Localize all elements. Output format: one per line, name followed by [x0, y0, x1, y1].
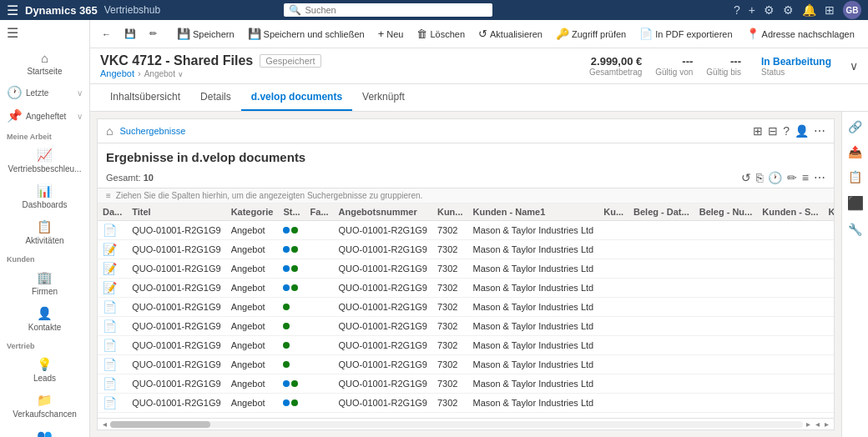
loschen-button[interactable]: 🗑 Löschen	[411, 25, 470, 43]
speichern-schliessen-button[interactable]: 💾 Speichern und schließen	[243, 25, 370, 43]
tab-verknupft[interactable]: Verknüpft	[352, 84, 415, 111]
refresh-icon[interactable]: ↺	[741, 171, 751, 184]
sidebar-item-leads[interactable]: 💡 Leads	[0, 352, 89, 388]
cell-title[interactable]: QUO-01001-R2G1G9	[127, 374, 225, 394]
right-icon-save[interactable]: ⬛	[844, 192, 867, 214]
cell-angebotsnr[interactable]: QUO-01001-R2G1G9	[334, 355, 432, 374]
cell-title[interactable]: QUO-01001-R2G1G9	[127, 240, 225, 259]
sidebar-hamburger[interactable]: ☰	[0, 20, 89, 46]
cell-angebotsnr[interactable]: QUO-01001-R2G1G9	[334, 240, 432, 259]
table-row[interactable]: 📄 QUO-01001-R2G1G9 Angebot QUO-01001-R2G…	[98, 355, 834, 374]
sidebar-item-letzte[interactable]: 🕐 Letzte ∨	[0, 81, 89, 104]
sidebar-item-startseite[interactable]: ⌂ Startseite	[0, 46, 89, 81]
help-icon[interactable]: ?	[734, 3, 740, 17]
col-beleg-dat[interactable]: Beleg - Dat...	[628, 203, 694, 221]
cell-title[interactable]: QUO-01001-R2G1G9	[127, 355, 225, 374]
pdf-export-button[interactable]: 📄 In PDF exportieren	[634, 25, 737, 43]
scroll-left-arrow[interactable]: ◂	[101, 419, 108, 429]
col-kunden-h[interactable]: Kunden - H...	[823, 203, 834, 221]
record-expand-chevron[interactable]: ∨	[850, 59, 858, 73]
sidebar-item-aktivitaten[interactable]: 📋 Aktivitäten	[0, 214, 89, 250]
adresse-nachschlagen-button[interactable]: 📍 Adresse nachschlagen	[741, 25, 860, 43]
table-row[interactable]: 📄 QUO-01001-R2G1G9 Angebot QUO-01001-R2G…	[98, 374, 834, 394]
cell-angebotsnr[interactable]: QUO-01001-R2G1G9	[334, 279, 432, 298]
table-icon[interactable]: ≡	[802, 171, 809, 184]
help-dvelop-icon[interactable]: ?	[783, 124, 790, 138]
sidebar-item-dashboards[interactable]: 📊 Dashboards	[0, 178, 89, 214]
add-icon[interactable]: +	[749, 3, 755, 17]
zugriff-prufen-button[interactable]: 🔑 Zugriff prüfen	[551, 25, 631, 43]
grid-icon[interactable]: ⊞	[753, 124, 763, 138]
cell-title[interactable]: QUO-01001-R2G1G9	[127, 336, 225, 355]
col-angebotsnummer[interactable]: Angebotsnummer	[334, 203, 432, 221]
copy-icon[interactable]: ⎘	[756, 171, 763, 184]
sidebar-item-vertriebsbeschleuniger[interactable]: 📈 Vertriebsbeschleu...	[0, 143, 89, 178]
col-kun[interactable]: Kun...	[432, 203, 468, 221]
search-bar[interactable]: 🔍	[284, 3, 492, 17]
scroll-right-arrow[interactable]: ▸	[805, 419, 812, 429]
tab-inhaltsübersicht[interactable]: Inhaltsübersicht	[100, 84, 190, 111]
cell-title[interactable]: QUO-01001-R2G1G9	[127, 298, 225, 317]
edit-mode-button[interactable]: ✏	[144, 26, 162, 42]
user-dvelop-icon[interactable]: 👤	[795, 124, 809, 138]
col-kunden-s[interactable]: Kunden - S...	[757, 203, 823, 221]
col-beleg-nu[interactable]: Beleg - Nu...	[694, 203, 758, 221]
table-row[interactable]: 📝 QUO-01001-R2G1G9 Angebot QUO-01001-R2G…	[98, 259, 834, 279]
col-titel[interactable]: Titel	[127, 203, 225, 221]
neu-button[interactable]: + Neu	[373, 25, 409, 43]
table-row[interactable]: 📄 QUO-01001-R2G1G9 Angebot QUO-01001-R2G…	[98, 221, 834, 240]
angebot-aktivieren-button[interactable]: 📋 Angebot aktivieren	[863, 25, 868, 43]
breadcrumb-angebot2[interactable]: Angebot ∨	[144, 68, 184, 78]
scroll-track[interactable]	[110, 421, 803, 428]
table-row[interactable]: 📄 QUO-01001-R2G1G9 Angebot QUO-01001-R2G…	[98, 394, 834, 413]
cell-angebotsnr[interactable]: QUO-01001-R2G1G9	[334, 221, 432, 240]
aktualisieren-button[interactable]: ↺ Aktualisieren	[473, 25, 548, 43]
more-dvelop-toolbar-icon[interactable]: ⋯	[814, 171, 825, 184]
cell-angebotsnr[interactable]: QUO-01001-R2G1G9	[334, 336, 432, 355]
cell-title[interactable]: QUO-01001-R2G1G9	[127, 259, 225, 279]
col-da[interactable]: Da...	[98, 203, 127, 221]
col-st[interactable]: St...	[278, 203, 305, 221]
cell-title[interactable]: QUO-01001-R2G1G9	[127, 221, 225, 240]
breadcrumb-angebot1[interactable]: Angebot	[100, 68, 134, 78]
right-icon-share[interactable]: 📤	[845, 142, 865, 162]
right-icon-doc[interactable]: 📋	[845, 167, 865, 187]
speichern-button[interactable]: 💾 Speichern	[172, 25, 240, 43]
dvelop-home-icon[interactable]: ⌂	[106, 124, 113, 138]
edit-dvelop-icon[interactable]: ✏	[787, 171, 797, 184]
dvelop-breadcrumb[interactable]: Suchergebnisse	[119, 126, 185, 136]
filter-icon[interactable]: ⚙	[764, 3, 775, 17]
cell-title[interactable]: QUO-01001-R2G1G9	[127, 394, 225, 413]
sidebar-item-angeheftet[interactable]: 📌 Angeheftet ∨	[0, 104, 89, 128]
right-icon-tool[interactable]: 🔧	[845, 219, 865, 239]
table-row[interactable]: 📄 QUO-01001-R2G1G9 Angebot QUO-01001-R2G…	[98, 298, 834, 317]
table-row[interactable]: 📝 QUO-01001-R2G1G9 Angebot QUO-01001-R2G…	[98, 240, 834, 259]
cell-angebotsnr[interactable]: QUO-01001-R2G1G9	[334, 298, 432, 317]
scroll-prev-page[interactable]: ◂	[814, 419, 821, 429]
hamburger-icon[interactable]: ☰	[7, 3, 18, 18]
cell-angebotsnr[interactable]: QUO-01001-R2G1G9	[334, 374, 432, 394]
scroll-thumb[interactable]	[110, 421, 210, 428]
back-button[interactable]: ←	[97, 27, 116, 42]
col-kategorie[interactable]: Kategorie	[226, 203, 279, 221]
notifications-icon[interactable]: 🔔	[802, 3, 816, 17]
table-row[interactable]: 📝 QUO-01001-R2G1G9 Angebot QUO-01001-R2G…	[98, 279, 834, 298]
sidebar-item-mitbewerber[interactable]: 👥 Mitbewerber	[0, 424, 89, 437]
sidebar-item-firmen[interactable]: 🏢 Firmen	[0, 265, 89, 301]
col-ku[interactable]: Ku...	[598, 203, 628, 221]
col-fa[interactable]: Fa...	[305, 203, 334, 221]
apps-icon[interactable]: ⊞	[825, 3, 835, 17]
more-dvelop-icon[interactable]: ⋯	[814, 124, 825, 138]
scroll-next-page[interactable]: ▸	[823, 419, 830, 429]
tab-details[interactable]: Details	[190, 84, 241, 111]
cell-angebotsnr[interactable]: QUO-01001-R2G1G9	[334, 317, 432, 336]
history-icon[interactable]: 🕐	[768, 171, 782, 184]
tab-dvelop[interactable]: d.velop documents	[241, 84, 352, 111]
save-view-button[interactable]: 💾	[119, 26, 141, 42]
grid2-icon[interactable]: ⊟	[768, 124, 778, 138]
table-row[interactable]: 📄 QUO-01001-R2G1G9 Angebot QUO-01001-R2G…	[98, 317, 834, 336]
cell-title[interactable]: QUO-01001-R2G1G9	[127, 279, 225, 298]
right-icon-link[interactable]: 🔗	[845, 117, 865, 137]
table-row[interactable]: 📄 QUO-01001-R2G1G9 Angebot QUO-01001-R2G…	[98, 336, 834, 355]
search-input[interactable]	[305, 5, 487, 15]
